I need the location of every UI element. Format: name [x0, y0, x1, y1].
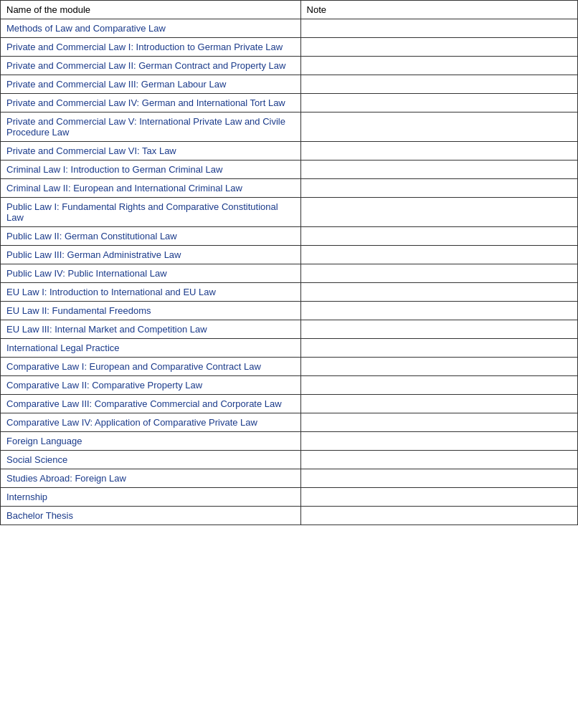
note-cell	[300, 227, 577, 246]
note-cell	[300, 264, 577, 283]
note-cell	[300, 320, 577, 339]
note-cell	[300, 302, 577, 320]
table-row: Public Law II: German Constitutional Law	[1, 227, 578, 246]
module-cell: Private and Commercial Law VI: Tax Law	[1, 142, 301, 161]
table-row: Criminal Law I: Introduction to German C…	[1, 161, 578, 179]
table-row: International Legal Practice	[1, 339, 578, 358]
note-cell	[300, 179, 577, 198]
module-cell: Bachelor Thesis	[1, 507, 301, 525]
table-row: Private and Commercial Law II: German Co…	[1, 57, 578, 75]
table-row: Private and Commercial Law VI: Tax Law	[1, 142, 578, 161]
module-cell: Foreign Language	[1, 432, 301, 451]
module-cell: Comparative Law III: Comparative Commerc…	[1, 395, 301, 413]
table-row: Foreign Language	[1, 432, 578, 451]
module-cell: Private and Commercial Law IV: German an…	[1, 94, 301, 112]
table-row: EU Law I: Introduction to International …	[1, 283, 578, 302]
table-row: Public Law I: Fundamental Rights and Com…	[1, 198, 578, 227]
table-row: Comparative Law II: Comparative Property…	[1, 376, 578, 395]
table-row: Comparative Law IV: Application of Compa…	[1, 413, 578, 432]
note-cell	[300, 19, 577, 38]
module-cell: Private and Commercial Law I: Introducti…	[1, 38, 301, 57]
note-cell	[300, 57, 577, 75]
note-cell	[300, 339, 577, 358]
module-cell: Studies Abroad: Foreign Law	[1, 469, 301, 488]
note-cell	[300, 413, 577, 432]
module-cell: EU Law II: Fundamental Freedoms	[1, 302, 301, 320]
note-cell	[300, 161, 577, 179]
note-cell	[300, 246, 577, 264]
table-row: Bachelor Thesis	[1, 507, 578, 525]
module-cell: Social Science	[1, 451, 301, 469]
module-cell: Private and Commercial Law V: Internatio…	[1, 112, 301, 142]
module-cell: Criminal Law II: European and Internatio…	[1, 179, 301, 198]
note-cell	[300, 507, 577, 525]
module-cell: Public Law III: German Administrative La…	[1, 246, 301, 264]
table-row: Methods of Law and Comparative Law	[1, 19, 578, 38]
note-cell	[300, 469, 577, 488]
table-row: Public Law IV: Public International Law	[1, 264, 578, 283]
note-cell	[300, 451, 577, 469]
module-cell: Criminal Law I: Introduction to German C…	[1, 161, 301, 179]
module-cell: Public Law II: German Constitutional Law	[1, 227, 301, 246]
note-cell	[300, 75, 577, 94]
module-cell: International Legal Practice	[1, 339, 301, 358]
note-cell	[300, 283, 577, 302]
table-row: Social Science	[1, 451, 578, 469]
note-cell	[300, 432, 577, 451]
module-cell: Methods of Law and Comparative Law	[1, 19, 301, 38]
module-cell: Comparative Law IV: Application of Compa…	[1, 413, 301, 432]
table-row: Private and Commercial Law IV: German an…	[1, 94, 578, 112]
note-cell	[300, 395, 577, 413]
table-row: Private and Commercial Law I: Introducti…	[1, 38, 578, 57]
table-row: EU Law III: Internal Market and Competit…	[1, 320, 578, 339]
module-cell: Private and Commercial Law II: German Co…	[1, 57, 301, 75]
module-cell: Public Law I: Fundamental Rights and Com…	[1, 198, 301, 227]
header-note: Note	[300, 1, 577, 19]
module-cell: EU Law I: Introduction to International …	[1, 283, 301, 302]
module-cell: Comparative Law I: European and Comparat…	[1, 358, 301, 376]
table-row: Private and Commercial Law V: Internatio…	[1, 112, 578, 142]
module-cell: Internship	[1, 488, 301, 507]
module-cell: EU Law III: Internal Market and Competit…	[1, 320, 301, 339]
table-row: Studies Abroad: Foreign Law	[1, 469, 578, 488]
note-cell	[300, 94, 577, 112]
module-cell: Public Law IV: Public International Law	[1, 264, 301, 283]
module-cell: Private and Commercial Law III: German L…	[1, 75, 301, 94]
header-module: Name of the module	[1, 1, 301, 19]
module-table: Name of the module Note Methods of Law a…	[0, 0, 578, 525]
note-cell	[300, 142, 577, 161]
note-cell	[300, 488, 577, 507]
note-cell	[300, 112, 577, 142]
table-row: Internship	[1, 488, 578, 507]
table-row: Private and Commercial Law III: German L…	[1, 75, 578, 94]
table-row: Public Law III: German Administrative La…	[1, 246, 578, 264]
table-row: Comparative Law I: European and Comparat…	[1, 358, 578, 376]
note-cell	[300, 38, 577, 57]
table-row: Criminal Law II: European and Internatio…	[1, 179, 578, 198]
note-cell	[300, 358, 577, 376]
note-cell	[300, 198, 577, 227]
table-row: EU Law II: Fundamental Freedoms	[1, 302, 578, 320]
table-row: Comparative Law III: Comparative Commerc…	[1, 395, 578, 413]
module-cell: Comparative Law II: Comparative Property…	[1, 376, 301, 395]
note-cell	[300, 376, 577, 395]
